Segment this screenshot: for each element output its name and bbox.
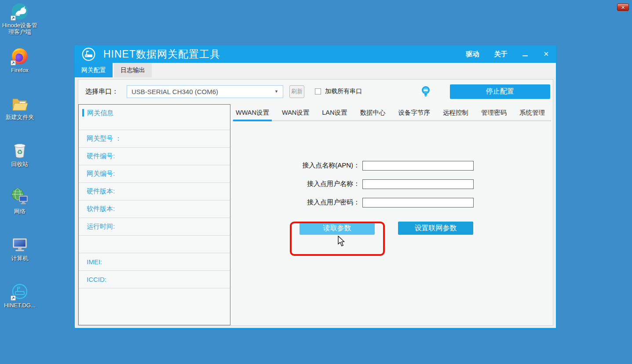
desktop-icon-label: 回收站 (0, 161, 39, 167)
svg-text:♻: ♻ (17, 148, 22, 156)
apn-label: 接入点名称(APN)： (232, 161, 360, 170)
info-panel-header: 网关信息 (79, 105, 230, 130)
mouse-cursor (338, 236, 347, 249)
gateway-app-icon (82, 47, 95, 61)
chevron-down-icon: ▼ (274, 89, 278, 94)
tab-log-output[interactable]: 日志输出 (114, 63, 152, 77)
port-select-label: 选择串口： (85, 87, 118, 96)
tab-device-byte-order[interactable]: 设备字节序 (398, 109, 431, 120)
info-row-gateway-model: 网关型号 ： (79, 130, 230, 147)
apn-username-label: 接入点用户名称： (232, 180, 360, 188)
header-accent-bar (82, 109, 84, 116)
about-menu[interactable]: 关于 (494, 50, 507, 58)
load-all-ports-label: 加载所有串口 (325, 87, 362, 95)
desktop-icon-label: Firefox (0, 67, 39, 73)
refresh-button[interactable]: 刷新 (289, 85, 304, 98)
info-row-uptime: 运行时间: (79, 218, 230, 235)
desktop-icon-hinet-dg[interactable]: HINET.DG... (0, 282, 39, 309)
info-row-software-version: 软件版本: (79, 200, 230, 218)
info-row-spacer (79, 235, 230, 253)
desktop-icon-firefox[interactable]: Firefox (0, 47, 39, 73)
desktop-icon-network[interactable]: 网络 (0, 188, 39, 215)
folder-icon (0, 94, 39, 112)
shortcut-arrow-icon (11, 60, 16, 66)
load-all-ports-checkbox[interactable] (315, 88, 321, 95)
set-network-params-button[interactable]: 设置联网参数 (398, 222, 473, 235)
tab-wwan-settings[interactable]: WWAN设置 (235, 109, 270, 120)
desktop-icon-label: 计算机 (0, 255, 39, 262)
serial-port-select[interactable]: USB-SERIAL CH340 (COM6) ▼ (127, 85, 283, 98)
wwan-form: 接入点名称(APN)： 接入点用户名称： 接入点用户密码： 读取参数 设置联网参… (232, 160, 551, 235)
titlebar: HINET数据网关配置工具 驱动 关于 ✕ (75, 45, 556, 63)
read-params-button[interactable]: 读取参数 (300, 222, 375, 235)
hinode-client-icon (0, 2, 39, 20)
screen-close-icon: ✕ (621, 4, 625, 11)
gateway-info-panel: 网关信息 网关型号 ： 硬件编号: 网关编号: 硬件版本: 软件版本: 运行时间… (78, 104, 230, 325)
tab-remote-control[interactable]: 远程控制 (442, 109, 469, 120)
tab-wan-settings[interactable]: WAN设置 (281, 109, 310, 120)
window-title: HINET数据网关配置工具 (103, 47, 220, 61)
firefox-icon (0, 47, 39, 65)
settings-tabstrip: WWAN设置 WAN设置 LAN设置 数据中心 设备字节序 远程控制 管理密码 … (232, 104, 551, 121)
screen-close-button[interactable]: ✕ (617, 4, 629, 11)
shortcut-arrow-icon (11, 295, 16, 301)
shortcut-arrow-icon (11, 15, 16, 21)
info-row-imei: IMEI: (79, 253, 230, 270)
network-icon (0, 188, 39, 206)
desktop-icon-label: 新建文件夹 (0, 114, 39, 120)
tab-system-management[interactable]: 系统管理 (519, 109, 546, 120)
info-panel-filler (79, 288, 230, 325)
computer-icon (0, 235, 39, 253)
info-row-hardware-number: 硬件编号: (79, 147, 230, 165)
desktop-icon-label: HINET.DG... (0, 302, 39, 309)
desktop-icon-new-folder[interactable]: 新建文件夹 (0, 94, 39, 120)
info-row-hardware-version: 硬件版本: (79, 182, 230, 200)
tab-admin-password[interactable]: 管理密码 (480, 109, 508, 120)
tab-data-center[interactable]: 数据中心 (359, 109, 387, 120)
recycle-bin-icon: ♻ (0, 141, 39, 159)
bulb-status-icon (421, 85, 431, 98)
info-row-iccid: ICCID: (79, 270, 230, 288)
info-row-gateway-number: 网关编号: (79, 165, 230, 182)
tab-lan-settings[interactable]: LAN设置 (321, 109, 348, 120)
desktop-icon-computer[interactable]: 计算机 (0, 235, 39, 262)
settings-panel: WWAN设置 WAN设置 LAN设置 数据中心 设备字节序 远程控制 管理密码 … (232, 104, 551, 325)
minimize-button[interactable] (522, 50, 528, 58)
minimize-icon (522, 55, 528, 56)
desktop-icon-hinode-client[interactable]: Hinode设备管理客户端 (0, 2, 39, 35)
serial-port-value: USB-SERIAL CH340 (COM6) (132, 88, 218, 95)
desktop-icon-recycle-bin[interactable]: ♻ 回收站 (0, 141, 39, 167)
desktop-icon-label: Hinode设备管理客户端 (0, 22, 39, 35)
tab-gateway-config[interactable]: 网关配置 (75, 63, 113, 77)
window-close-button[interactable]: ✕ (543, 50, 549, 58)
close-icon: ✕ (543, 50, 549, 58)
port-toolbar: 选择串口： USB-SERIAL CH340 (COM6) ▼ 刷新 加载所有串… (80, 82, 550, 101)
desktop-icon-label: 网络 (0, 208, 39, 215)
stop-config-button[interactable]: 停止配置 (450, 84, 550, 99)
apn-password-input[interactable] (362, 198, 474, 207)
apn-username-input[interactable] (362, 179, 474, 189)
app-window: HINET数据网关配置工具 驱动 关于 ✕ 网关配置 日志输出 选择串口： US… (73, 45, 557, 330)
main-tabstrip: 网关配置 日志输出 (75, 63, 556, 77)
apn-input[interactable] (362, 161, 474, 171)
apn-password-label: 接入点用户密码： (232, 198, 360, 207)
driver-menu[interactable]: 驱动 (466, 50, 479, 58)
hinet-dg-icon (0, 282, 39, 300)
